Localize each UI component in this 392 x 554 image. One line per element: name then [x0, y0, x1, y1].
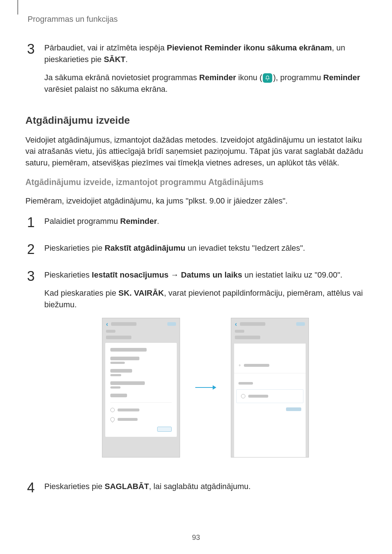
phone-mock-right: ‹ + — [231, 318, 309, 457]
location-pin-icon — [110, 416, 116, 422]
phone-card — [105, 343, 177, 437]
step-3-top: 3 Pārbaudiet, vai ir atzīmēta iespēja Pi… — [25, 42, 367, 102]
step-body: Pieskarieties pie SAGLABĀT, lai saglabāt… — [44, 481, 367, 499]
action-chip — [157, 427, 172, 432]
paragraph: Palaidiet programmu Reminder. — [44, 216, 367, 227]
plus-icon: + — [238, 362, 241, 369]
placeholder-bar — [110, 394, 127, 397]
svg-marker-1 — [213, 385, 216, 390]
step-2: 2 Pieskarieties pie Rakstīt atgādinājumu… — [25, 242, 367, 260]
paragraph: Ja sākuma ekrānā novietosiet programmas … — [44, 72, 367, 95]
breadcrumb: Programmas un funkcijas — [28, 15, 118, 24]
step-1: 1 Palaidiet programmu Reminder. — [25, 216, 367, 234]
document-page: Programmas un funkcijas 3 Pārbaudiet, va… — [0, 0, 392, 554]
placeholder-bar — [235, 336, 260, 339]
phone-topbar: ‹ — [231, 318, 309, 330]
placeholder-bar — [110, 362, 125, 364]
clock-icon — [241, 394, 245, 398]
placeholder-bar — [167, 322, 176, 326]
chevron-left-icon: ‹ — [235, 319, 237, 329]
reminder-bell-icon — [263, 73, 272, 83]
placeholder-bar — [286, 407, 301, 411]
paragraph: Pārbaudiet, vai ir atzīmēta iespēja Piev… — [44, 42, 367, 65]
phone-mock-left: ‹ — [102, 318, 180, 457]
placeholder-bar — [238, 382, 253, 385]
placeholder-bar — [248, 395, 268, 398]
step-body: Pieskarieties Iestatīt nosacījumus → Dat… — [44, 269, 367, 472]
screenshot-row: ‹ — [44, 318, 367, 457]
row-time — [110, 408, 172, 412]
step-3: 3 Pieskarieties Iestatīt nosacījumus → D… — [25, 269, 367, 472]
placeholder-bar — [110, 386, 121, 389]
paragraph: Kad pieskaraties pie SK. VAIRĀK, varat p… — [44, 287, 367, 311]
paragraph: Pieskarieties Iestatīt nosacījumus → Dat… — [44, 269, 367, 281]
phone-sub — [231, 330, 309, 341]
step-number: 4 — [25, 481, 36, 495]
row-location — [110, 417, 172, 422]
placeholder-bar — [106, 336, 131, 339]
section-heading: Atgādinājumu izveide — [25, 115, 367, 126]
step-body: Pieskarieties pie Rakstīt atgādinājumu u… — [44, 242, 367, 260]
phone-topbar: ‹ — [102, 318, 180, 330]
section-example: Piemēram, izveidojiet atgādinājumu, ka j… — [25, 195, 367, 207]
phone-list: + — [234, 344, 306, 457]
arrow-right-icon — [195, 384, 216, 391]
placeholder-bar — [235, 330, 244, 333]
placeholder-bar — [110, 374, 121, 376]
clock-icon — [110, 408, 115, 412]
placeholder-bar — [296, 322, 305, 326]
placeholder-bar — [110, 357, 139, 360]
list-item — [236, 389, 303, 403]
step-number: 1 — [25, 216, 36, 229]
placeholder-bar — [110, 348, 147, 352]
placeholder-bar — [118, 409, 139, 411]
phone-sub — [102, 330, 180, 341]
step-number: 3 — [25, 42, 36, 56]
section-intro: Veidojiet atgādinājumus, izmantojot dažā… — [25, 134, 367, 169]
list-item: + — [234, 358, 306, 373]
step-number: 3 — [25, 269, 36, 283]
placeholder-bar — [111, 322, 136, 326]
step-4: 4 Pieskarieties pie SAGLABĀT, lai saglab… — [25, 481, 367, 499]
step-body: Pārbaudiet, vai ir atzīmēta iespēja Piev… — [44, 42, 367, 102]
chevron-left-icon: ‹ — [106, 319, 108, 329]
placeholder-bar — [240, 322, 265, 326]
page-number: 93 — [0, 533, 392, 542]
divider — [110, 402, 172, 403]
placeholder-bar — [106, 330, 115, 333]
placeholder-bar — [244, 364, 269, 367]
placeholder-bar — [110, 369, 132, 373]
placeholder-bar — [118, 418, 138, 421]
placeholder-bar — [110, 381, 145, 385]
action-row — [234, 404, 306, 415]
step-body: Palaidiet programmu Reminder. — [44, 216, 367, 234]
page-header: Programmas un funkcijas — [25, 15, 367, 24]
section-subheading: Atgādinājumu izveide, izmantojot program… — [25, 177, 367, 187]
paragraph: Pieskarieties pie Rakstīt atgādinājumu u… — [44, 242, 367, 254]
paragraph: Pieskarieties pie SAGLABĀT, lai saglabāt… — [44, 481, 367, 492]
step-number: 2 — [25, 242, 36, 256]
margin-rule — [17, 0, 18, 15]
